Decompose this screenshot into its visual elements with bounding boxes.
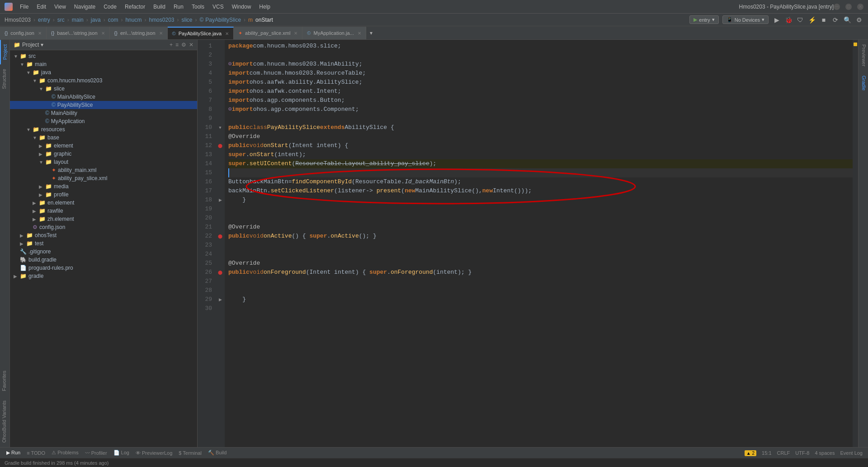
todo-tab[interactable]: ≡ TODO: [24, 450, 48, 456]
tree-item-graphic[interactable]: ▶ 📁 graphic: [10, 150, 197, 158]
tree-item-pay-ability-slice[interactable]: © PayAbilitySlice: [10, 101, 197, 109]
tree-item-zh-element[interactable]: ▶ 📁 zh.element: [10, 215, 197, 223]
tree-item-resources[interactable]: ▼ 📁 resources: [10, 125, 197, 133]
tree-item-java[interactable]: ▼ 📁 java: [10, 68, 197, 76]
menu-build[interactable]: Build: [150, 3, 169, 11]
sync-button[interactable]: ⟳: [831, 15, 840, 24]
collapse-icon[interactable]: ≡: [175, 42, 179, 48]
tab-close-icon[interactable]: ✕: [159, 31, 163, 36]
tree-item-layout[interactable]: ▼ 📁 layout: [10, 158, 197, 166]
code-line-15[interactable]: [228, 168, 853, 177]
gutter-12-breakpoint[interactable]: ⬤: [216, 141, 225, 150]
maximize-button[interactable]: □: [845, 4, 852, 10]
code-area[interactable]: package com.hnucm.hmos0203.slice; ⊙ impo…: [225, 40, 853, 447]
gutter-22-breakpoint[interactable]: ⬤: [216, 232, 225, 241]
tree-item-main[interactable]: ▼ 📁 main: [10, 60, 197, 68]
close-panel-icon[interactable]: ✕: [189, 42, 193, 48]
event-log[interactable]: Event Log: [838, 450, 864, 456]
search-everywhere-button[interactable]: 🔍: [843, 15, 852, 24]
tree-item-profile[interactable]: ▶ 📁 profile: [10, 191, 197, 199]
tree-item-base[interactable]: ▼ 📁 base: [10, 133, 197, 142]
tab-close-icon[interactable]: ✕: [101, 31, 105, 36]
tree-item-element[interactable]: ▶ 📁 element: [10, 142, 197, 150]
tree-item-ability-pay-slice-xml[interactable]: ✦ ability_pay_slice.xml: [10, 174, 197, 182]
tab-base-string[interactable]: {} base\...\string.json ✕: [47, 27, 110, 39]
debug-button[interactable]: 🐞: [784, 15, 793, 24]
problems-tab[interactable]: ⚠ Problems: [49, 450, 81, 456]
position-indicator[interactable]: 15:1: [760, 450, 773, 456]
build-tab[interactable]: 🔨 Build: [205, 450, 230, 456]
run-button[interactable]: ▶: [772, 15, 781, 24]
menu-vcs[interactable]: VCS: [209, 3, 227, 11]
coverage-button[interactable]: 🛡: [796, 15, 805, 24]
tab-my-application[interactable]: © MyApplication.ja... ✕: [302, 27, 366, 39]
settings-icon[interactable]: ⚙: [181, 42, 186, 48]
tab-close-icon[interactable]: ✕: [38, 31, 42, 36]
profiler-tab[interactable]: 〰 Profiler: [82, 450, 110, 456]
menu-tools[interactable]: Tools: [188, 3, 208, 11]
sidebar-item-ohosbuild[interactable]: OhosBuild Variants: [0, 396, 9, 447]
tree-item-main-ability[interactable]: © MainAbility: [10, 109, 197, 117]
tree-item-test[interactable]: ▶ 📁 test: [10, 239, 197, 248]
sidebar-item-previewer[interactable]: Previewer: [859, 40, 868, 71]
sidebar-item-project[interactable]: Project: [0, 40, 9, 64]
breadcrumb-hnucm[interactable]: hnucm: [125, 17, 142, 23]
line-separator[interactable]: CRLF: [775, 450, 792, 456]
menu-navigate[interactable]: Navigate: [71, 3, 99, 11]
tree-item-slice[interactable]: ▼ 📁 slice: [10, 85, 197, 93]
tab-close-icon[interactable]: ✕: [358, 31, 361, 36]
menu-help[interactable]: Help: [255, 3, 274, 11]
tree-item-gradle[interactable]: ▶ 📁 gradle: [10, 272, 197, 280]
tree-item-gitignore[interactable]: 🔧 .gitignore: [10, 248, 197, 256]
sidebar-item-gradle[interactable]: Gradle: [859, 71, 868, 95]
code-editor[interactable]: 1 2 3 4 5 6 7 8 9 10 11 12 13 14 15 16 1…: [198, 40, 858, 447]
menu-view[interactable]: View: [51, 3, 70, 11]
indent-indicator[interactable]: 4 spaces: [813, 450, 836, 456]
tree-item-media[interactable]: ▶ 📁 media: [10, 182, 197, 191]
profile-button[interactable]: ⚡: [807, 15, 816, 24]
tree-item-rawfile[interactable]: ▶ 📁 rawfile: [10, 207, 197, 215]
breadcrumb-project[interactable]: Hmos0203: [5, 17, 31, 23]
menu-code[interactable]: Code: [100, 3, 120, 11]
tree-item-src[interactable]: ▼ 📁 src: [10, 52, 197, 60]
tree-item-my-application[interactable]: © MyApplication: [10, 117, 197, 125]
tree-item-ability-main-xml[interactable]: ✦ ability_main.xml: [10, 166, 197, 174]
breadcrumb-hmos0203[interactable]: hmos0203: [149, 17, 174, 23]
encoding-indicator[interactable]: UTF-8: [793, 450, 811, 456]
run-tab[interactable]: ▶ Run: [4, 450, 23, 456]
tree-item-proguard[interactable]: 📄 proguard-rules.pro: [10, 264, 197, 272]
breadcrumb-slice[interactable]: slice: [182, 17, 193, 23]
tree-item-config-json[interactable]: ⚙ config.json: [10, 223, 197, 231]
stop-button[interactable]: ■: [819, 15, 828, 24]
tree-item-ohostest[interactable]: ▶ 📁 ohosTest: [10, 231, 197, 239]
tree-item-en-element[interactable]: ▶ 📁 en.element: [10, 199, 197, 207]
previewer-log-tab[interactable]: 👁 PreviewerLog: [133, 450, 175, 456]
tab-close-icon[interactable]: ✕: [225, 31, 229, 36]
breadcrumb-com[interactable]: com: [108, 17, 118, 23]
tab-ability-pay-slice-xml[interactable]: ✦ ability_pay_slice.xml ✕: [234, 27, 302, 39]
menu-refactor[interactable]: Refactor: [121, 3, 149, 11]
breadcrumb-class[interactable]: PayAbilitySlice: [205, 17, 241, 23]
tab-pay-ability-slice[interactable]: © PayAbilitySlice.java ✕: [168, 27, 234, 39]
sidebar-item-structure[interactable]: Structure: [0, 64, 9, 94]
menu-window[interactable]: Window: [228, 3, 255, 11]
entry-dropdown[interactable]: ▶ entry ▾: [689, 15, 718, 24]
tree-item-com-hnucm[interactable]: ▼ 📁 com.hnucm.hmos0203: [10, 76, 197, 85]
sidebar-item-favorites[interactable]: Favorites: [0, 366, 9, 396]
breadcrumb-main[interactable]: main: [72, 17, 84, 23]
add-icon[interactable]: +: [170, 42, 173, 48]
breadcrumb-src[interactable]: src: [57, 17, 65, 23]
breadcrumb-entry[interactable]: entry: [38, 17, 50, 23]
warnings-count[interactable]: ▲ 2: [743, 450, 758, 456]
gutter-26-breakpoint[interactable]: ⬤: [216, 268, 225, 277]
breadcrumb-method[interactable]: onStart: [255, 17, 273, 23]
tab-en-string[interactable]: {} en\...\string.json ✕: [110, 27, 168, 39]
tree-item-build-gradle[interactable]: 🐘 build.gradle: [10, 256, 197, 264]
no-devices-button[interactable]: 📱 No Devices ▾: [722, 15, 769, 24]
breadcrumb-java[interactable]: java: [91, 17, 101, 23]
menu-file[interactable]: File: [16, 3, 32, 11]
tab-close-icon[interactable]: ✕: [294, 31, 297, 36]
tab-config-json[interactable]: {} config.json ✕: [0, 27, 47, 39]
settings-button[interactable]: ⚙: [854, 15, 863, 24]
log-tab[interactable]: 📄 Log: [111, 450, 132, 456]
